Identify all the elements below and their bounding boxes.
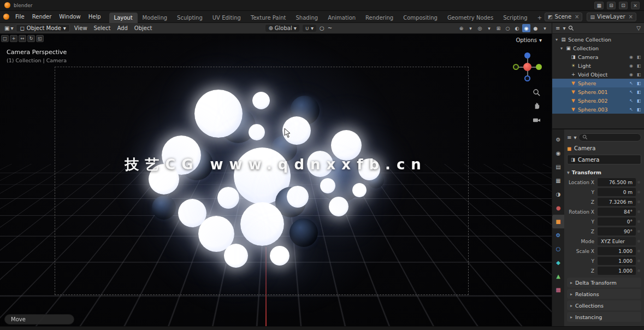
tab-animation[interactable]: Animation bbox=[323, 13, 361, 23]
props-tab-output[interactable]: ▤ bbox=[552, 160, 564, 174]
menu-item[interactable]: Help bbox=[85, 14, 105, 20]
selectability-icon[interactable]: ↖ bbox=[628, 107, 634, 112]
outliner-search-icon[interactable] bbox=[568, 25, 574, 31]
glowing-sphere[interactable] bbox=[194, 90, 243, 138]
pan-hand-icon[interactable] bbox=[533, 102, 541, 110]
props-tab-texture[interactable]: ▩ bbox=[552, 283, 564, 297]
render-visibility-icon[interactable]: ◧ bbox=[636, 90, 642, 95]
disclosure-caret-icon[interactable]: ▾ bbox=[554, 37, 559, 42]
tab-geometry-nodes[interactable]: Geometry Nodes bbox=[442, 13, 498, 23]
outliner-filter-icon[interactable]: ▽ bbox=[636, 25, 641, 31]
field-value[interactable]: 1.000 bbox=[598, 267, 636, 275]
tab-rendering[interactable]: Rendering bbox=[361, 13, 398, 23]
scene-selector[interactable]: ◩ Scene × bbox=[545, 13, 582, 21]
render-visibility-icon[interactable]: ◧ bbox=[636, 72, 642, 77]
xray-toggle-icon[interactable]: ⊞ bbox=[494, 24, 503, 32]
field-value[interactable]: XYZ Euler bbox=[598, 237, 636, 245]
zoom-icon[interactable] bbox=[533, 89, 541, 97]
disclosure-caret-icon[interactable]: ▾ bbox=[559, 46, 564, 51]
options-button[interactable]: Options ▾ bbox=[516, 37, 542, 43]
overlays-caret-icon[interactable]: ▾ bbox=[485, 24, 493, 32]
props-tab-view-layer[interactable]: ▦ bbox=[552, 174, 564, 187]
dark-sphere[interactable] bbox=[152, 196, 176, 220]
props-tab-world[interactable]: ● bbox=[552, 201, 564, 215]
glowing-sphere[interactable] bbox=[352, 183, 367, 197]
blender-menu-icon[interactable] bbox=[3, 14, 9, 20]
render-visibility-icon[interactable]: ◧ bbox=[636, 63, 642, 68]
outliner-row-sphere[interactable]: ▼ Sphere ↖ ◧ bbox=[552, 79, 644, 87]
breadcrumb-label[interactable]: Camera bbox=[574, 145, 595, 151]
glowing-sphere[interactable] bbox=[224, 244, 248, 268]
field-value[interactable]: 0 m bbox=[598, 188, 636, 196]
tab-uv-editing[interactable]: UV Editing bbox=[208, 13, 246, 23]
close-icon[interactable]: × bbox=[631, 2, 640, 9]
shading-solid-icon[interactable]: ◐ bbox=[513, 24, 521, 32]
glowing-sphere[interactable] bbox=[287, 186, 309, 208]
outliner-row-void-object[interactable]: + Void Object ◉ ◧ bbox=[552, 70, 644, 79]
render-visibility-icon[interactable]: ◧ bbox=[636, 98, 642, 103]
animate-property-icon[interactable] bbox=[636, 240, 641, 243]
animate-property-icon[interactable] bbox=[636, 210, 641, 213]
props-tab-constraints[interactable]: ◆ bbox=[552, 256, 564, 269]
selectability-icon[interactable]: ◉ bbox=[628, 63, 634, 68]
gizmo-z-neg-axis-icon[interactable] bbox=[524, 75, 530, 81]
object-name-field[interactable]: ◨ Camera bbox=[567, 155, 641, 164]
glowing-sphere[interactable] bbox=[320, 178, 335, 193]
glowing-sphere[interactable] bbox=[252, 92, 270, 109]
menu-item[interactable]: File bbox=[11, 14, 28, 20]
props-tab-render[interactable]: ◉ bbox=[552, 146, 564, 160]
section-instancing[interactable]: ▸ Instancing bbox=[567, 312, 641, 322]
animate-property-icon[interactable] bbox=[636, 250, 641, 252]
field-value[interactable]: 90° bbox=[598, 227, 636, 235]
render-visibility-icon[interactable]: ◧ bbox=[636, 81, 642, 86]
tab-shading[interactable]: Shading bbox=[291, 13, 323, 23]
section-relations[interactable]: ▸ Relations bbox=[567, 289, 641, 299]
render-visibility-icon[interactable]: ◧ bbox=[636, 107, 642, 112]
gizmo-x-axis-icon[interactable] bbox=[523, 63, 531, 71]
field-value[interactable]: 1.000 bbox=[598, 257, 636, 265]
snap-toggle[interactable]: ∪ ▾ bbox=[303, 25, 316, 32]
animate-property-icon[interactable] bbox=[636, 269, 641, 272]
tab-modeling[interactable]: Modeling bbox=[138, 13, 173, 23]
shading-wireframe-icon[interactable]: ○ bbox=[504, 24, 512, 32]
props-tab-data[interactable]: ▲ bbox=[552, 269, 564, 283]
animate-property-icon[interactable] bbox=[636, 260, 641, 262]
field-value[interactable]: 84° bbox=[598, 208, 636, 216]
selectability-icon[interactable]: ◉ bbox=[628, 72, 634, 77]
gizmo-y-axis-icon[interactable] bbox=[536, 64, 542, 70]
outliner-editor-icon[interactable]: ≡ bbox=[556, 25, 560, 31]
select-box-tool-icon[interactable]: □ bbox=[1, 35, 9, 42]
properties-editor-icon[interactable]: ≡ bbox=[567, 134, 571, 140]
overlays-toggle-icon[interactable]: ◎ bbox=[476, 24, 484, 32]
props-tab-physics[interactable]: ○ bbox=[552, 242, 564, 256]
glowing-sphere[interactable] bbox=[240, 202, 284, 246]
render-visibility-icon[interactable]: ◧ bbox=[636, 55, 642, 60]
gizmo-caret-icon[interactable]: ▾ bbox=[466, 24, 475, 32]
glowing-sphere[interactable] bbox=[217, 187, 239, 209]
tab-sculpting[interactable]: Sculpting bbox=[172, 13, 208, 23]
viewlayer-selector[interactable]: ▤ ViewLayer × bbox=[587, 13, 636, 21]
animate-property-icon[interactable] bbox=[636, 220, 641, 223]
outliner-row-collection[interactable]: ▾ ▣ Collection bbox=[552, 44, 644, 52]
tab-layout[interactable]: Layout bbox=[109, 13, 138, 23]
animate-property-icon[interactable] bbox=[636, 201, 641, 203]
outliner-row-camera[interactable]: ◨ Camera ◉ ◧ bbox=[552, 52, 644, 61]
selectability-icon[interactable]: ↖ bbox=[628, 90, 634, 95]
orientation-selector[interactable]: ⊕ Global ▾ bbox=[265, 25, 299, 32]
move-hint[interactable]: Move bbox=[4, 314, 74, 325]
gizmo-toggle-icon[interactable]: ⊕ bbox=[457, 24, 465, 32]
transform-section-header[interactable]: ▾ Transform bbox=[567, 168, 641, 177]
properties-search-input[interactable] bbox=[578, 133, 641, 142]
outliner-editor-caret-icon[interactable]: ▾ bbox=[563, 25, 565, 31]
field-value[interactable]: 0° bbox=[598, 217, 636, 226]
animate-property-icon[interactable] bbox=[636, 181, 641, 184]
selectability-icon[interactable]: ◉ bbox=[628, 55, 634, 60]
gizmo-z-axis-icon[interactable] bbox=[524, 52, 530, 58]
blender-logo-icon[interactable] bbox=[4, 2, 10, 8]
viewport-menu-item[interactable]: Object bbox=[131, 25, 156, 31]
navigation-gizmo[interactable] bbox=[512, 52, 543, 82]
props-tab-modifiers[interactable]: ⚙ bbox=[552, 228, 564, 242]
shading-rendered-icon[interactable]: ● bbox=[531, 24, 540, 32]
tab-compositing[interactable]: Compositing bbox=[398, 13, 442, 23]
mode-selector[interactable]: ◻ Object Mode ▾ bbox=[16, 24, 69, 32]
